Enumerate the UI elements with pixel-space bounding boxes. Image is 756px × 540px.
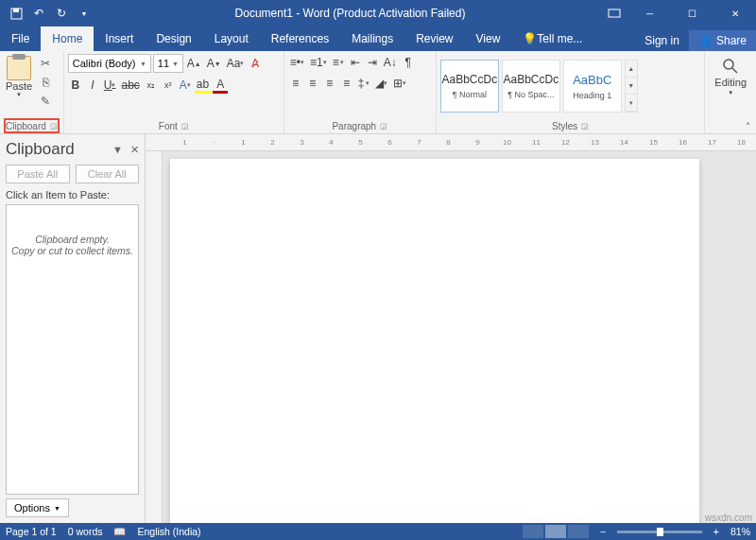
tab-file[interactable]: File (0, 26, 41, 51)
redo-icon[interactable]: ↻ (51, 3, 72, 24)
share-button[interactable]: 👤Share (689, 30, 756, 51)
web-layout-icon[interactable] (568, 525, 589, 538)
paste-label: Paste (6, 80, 32, 92)
sort-icon[interactable]: A↓ (382, 54, 399, 71)
multilevel-icon[interactable]: ≡▾ (331, 54, 346, 71)
justify-icon[interactable]: ≡ (339, 75, 354, 92)
paragraph-launcher-icon[interactable]: ◲ (380, 122, 387, 131)
style-heading1[interactable]: AaBbC Heading 1 (563, 60, 622, 113)
subscript-button[interactable]: x₂ (144, 77, 159, 94)
strikethrough-button[interactable]: abc (119, 77, 141, 94)
font-name-combo[interactable]: Calibri (Body)▼ (68, 54, 151, 73)
bullets-icon[interactable]: ≡•▾ (288, 54, 306, 71)
line-spacing-icon[interactable]: ‡▾ (356, 75, 371, 92)
tell-me[interactable]: 💡 Tell me... (511, 26, 593, 51)
svg-line-4 (732, 68, 737, 73)
tab-view[interactable]: View (465, 26, 512, 51)
format-painter-icon[interactable]: ✎ (38, 94, 53, 109)
pane-menu-icon[interactable]: ▼ (112, 144, 123, 156)
watermark: wsxdn.com (705, 513, 752, 523)
align-left-icon[interactable]: ≡ (288, 75, 303, 92)
options-button[interactable]: Options▼ (6, 498, 69, 517)
pane-close-icon[interactable]: ✕ (130, 144, 139, 156)
tab-home[interactable]: Home (41, 26, 94, 51)
zoom-in-icon[interactable]: + (713, 526, 719, 537)
document-area: ˄ 1·123456789101112131415161718 (146, 134, 756, 525)
document-page[interactable] (170, 159, 699, 540)
style-no-spacing[interactable]: AaBbCcDc ¶ No Spac... (502, 60, 560, 113)
tab-layout[interactable]: Layout (203, 26, 260, 51)
ribbon: Paste▼ ✂ ⎘ ✎ Clipboard◲ Calibri (Body)▼ … (0, 51, 756, 134)
zoom-out-icon[interactable]: − (600, 526, 606, 537)
borders-icon[interactable]: ⊞▾ (391, 75, 408, 92)
maximize-button[interactable]: ☐ (671, 0, 713, 26)
show-marks-icon[interactable]: ¶ (401, 54, 416, 71)
shading-icon[interactable]: ◢▾ (373, 75, 389, 92)
clipboard-group-label[interactable]: Clipboard◲ (4, 118, 60, 133)
text-effects-icon[interactable]: A▾ (178, 77, 193, 94)
page-status[interactable]: Page 1 of 1 (6, 526, 57, 537)
horizontal-ruler[interactable]: 1·123456789101112131415161718 (146, 134, 756, 151)
share-icon: 👤 (698, 34, 713, 47)
styles-launcher-icon[interactable]: ◲ (581, 122, 589, 131)
read-mode-icon[interactable] (523, 525, 543, 538)
print-layout-icon[interactable] (545, 525, 566, 538)
tab-review[interactable]: Review (404, 26, 464, 51)
qat-customize-icon[interactable]: ▼ (74, 3, 94, 24)
increase-indent-icon[interactable]: ⇥ (365, 54, 380, 71)
align-right-icon[interactable]: ≡ (322, 75, 337, 92)
bold-button[interactable]: B (68, 77, 83, 94)
change-case-icon[interactable]: Aa▾ (225, 55, 247, 72)
paragraph-group-label: Paragraph◲ (288, 118, 432, 133)
grow-font-icon[interactable]: A▲ (185, 55, 203, 72)
numbering-icon[interactable]: ≡1▾ (308, 54, 329, 71)
paste-icon (7, 56, 31, 80)
ribbon-display-icon[interactable] (600, 0, 628, 26)
word-count[interactable]: 0 words (68, 526, 103, 537)
underline-button[interactable]: U▾ (102, 77, 118, 94)
empty-line1: Clipboard empty. (35, 234, 110, 245)
tab-design[interactable]: Design (145, 26, 202, 51)
style-normal[interactable]: AaBbCcDc ¶ Normal (440, 60, 499, 113)
tab-references[interactable]: References (260, 26, 340, 51)
pane-title: Clipboard (6, 140, 75, 159)
spell-check-icon[interactable]: 📖 (113, 526, 126, 538)
save-icon[interactable] (6, 3, 26, 24)
align-center-icon[interactable]: ≡ (305, 75, 320, 92)
empty-line2: Copy or cut to collect items. (11, 245, 133, 256)
font-color-icon[interactable]: A (213, 77, 228, 94)
copy-icon[interactable]: ⎘ (38, 75, 53, 90)
paste-button[interactable]: Paste▼ (4, 54, 34, 99)
clear-formatting-icon[interactable]: A̷ (248, 55, 263, 72)
font-size-combo[interactable]: 11▼ (153, 54, 183, 73)
zoom-thumb[interactable] (657, 528, 663, 536)
tell-me-label: Tell me... (537, 32, 582, 45)
status-bar: Page 1 of 1 0 words 📖 English (India) − … (0, 523, 756, 540)
shrink-font-icon[interactable]: A▼ (205, 55, 223, 72)
minimize-button[interactable]: ─ (628, 0, 671, 26)
superscript-button[interactable]: x² (161, 77, 176, 94)
group-font: Calibri (Body)▼ 11▼ A▲ A▼ Aa▾ A̷ B I U▾ … (64, 51, 284, 133)
zoom-slider[interactable] (617, 531, 702, 533)
collapse-ribbon-icon[interactable]: ˄ (746, 121, 750, 131)
font-group-label: Font◲ (68, 118, 280, 133)
clipboard-launcher-icon[interactable]: ◲ (50, 122, 58, 131)
tab-mailings[interactable]: Mailings (340, 26, 404, 51)
editing-button[interactable]: Editing ▼ (709, 54, 752, 118)
language-status[interactable]: English (India) (137, 526, 200, 537)
italic-button[interactable]: I (85, 77, 100, 94)
cut-icon[interactable]: ✂ (38, 56, 53, 71)
tab-insert[interactable]: Insert (94, 26, 145, 51)
undo-icon[interactable]: ↶ (28, 3, 49, 24)
decrease-indent-icon[interactable]: ⇤ (348, 54, 363, 71)
svg-point-3 (724, 60, 733, 69)
clear-all-button[interactable]: Clear All (76, 165, 140, 183)
font-launcher-icon[interactable]: ◲ (181, 122, 189, 131)
paste-all-button[interactable]: Paste All (6, 165, 70, 183)
highlight-icon[interactable]: ab (195, 77, 211, 94)
vertical-ruler[interactable] (146, 151, 163, 525)
styles-scroll[interactable]: ▲▼▾ (625, 60, 638, 113)
zoom-level[interactable]: 81% (730, 526, 750, 537)
sign-in-button[interactable]: Sign in (635, 34, 689, 47)
close-button[interactable]: ✕ (713, 0, 756, 26)
